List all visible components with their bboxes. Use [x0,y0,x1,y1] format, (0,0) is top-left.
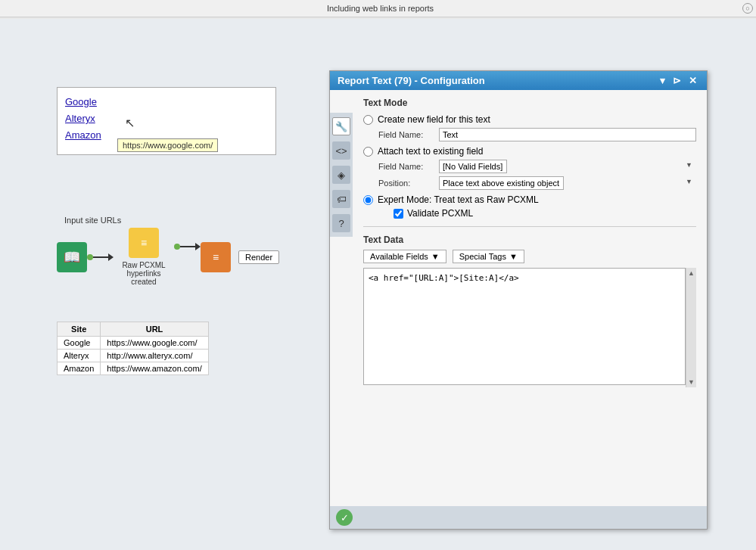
cell-site-1: Google [58,337,101,350]
connector-2 [174,243,201,250]
field-name-row-2: Field Name: [No Valid Fields] [378,160,696,173]
sidebar-icon-tag[interactable]: 🏷 [332,190,350,208]
node-formula[interactable]: ≡ Raw PCXMLhyperlinkscreated [114,228,174,286]
config-header: Report Text (79) - Configuration ▾ ⊳ ✕ [330,71,707,90]
connector-1 [87,253,114,261]
field-name-row-1: Field Name: [378,128,696,141]
validate-pcxml-label: Validate PCXML [407,208,473,219]
position-select-wrapper: Place text above existing object [439,176,696,190]
confirm-button[interactable]: ✓ [336,509,353,526]
cell-site-3: Amazon [58,362,101,375]
position-row: Position: Place text above existing obje… [378,176,696,190]
canvas-area: Google Alteryx Amazon ↖ https://www.goog… [0,19,756,550]
workflow-nodes: 📖 ≡ Raw PCXMLhyperlinkscreated ≡ [57,228,279,286]
data-table-container: Site URL Google https://www.google.com/ … [57,322,209,375]
cell-url-2: http://www.alteryx.com/ [101,350,208,362]
render-icon: ≡ [201,242,231,272]
cell-url-3: https://www.amazon.com/ [101,362,208,375]
position-label: Position: [378,179,439,188]
data-table: Site URL Google https://www.google.com/ … [57,322,209,375]
render-label[interactable]: Render [238,250,279,264]
table-row: Alteryx http://www.alteryx.com/ [58,350,209,362]
sidebar-icon-wrench[interactable]: 🔧 [332,117,350,135]
available-fields-row: Available Fields ▼ Special Tags ▼ [363,250,696,263]
close-button[interactable]: ✕ [686,75,699,86]
input-label: Input site URLs [64,216,279,225]
config-sidebar: 🔧 <> ◈ 🏷 ? [330,113,353,237]
radio-expert-mode-label: Expert Mode: Treat text as Raw PCXML [378,194,539,205]
dot-green-2 [174,244,180,250]
node-formula-label: Raw PCXMLhyperlinkscreated [114,261,174,286]
preview-link-google[interactable]: Google [65,94,268,110]
config-body: 🔧 <> ◈ 🏷 ? Text Mode Create new field fo… [330,90,707,506]
text-data-section: Text Data Available Fields ▼ Special Tag… [363,235,696,387]
check-icon: ✓ [341,512,349,524]
sidebar-icon-diamond[interactable]: ◈ [332,166,350,184]
config-title: Report Text (79) - Configuration [338,75,485,86]
special-tags-button[interactable]: Special Tags ▼ [453,250,524,263]
arrow-1 [108,253,114,261]
text-mode-title: Text Mode [363,98,696,108]
text-data-title: Text Data [363,235,696,245]
available-fields-chevron: ▼ [431,252,440,261]
field-name-label-1: Field Name: [378,130,439,139]
table-row: Google https://www.google.com/ [58,337,209,350]
radio-create-new-input[interactable] [363,115,373,125]
tooltip: https://www.google.com/ [117,138,218,152]
table-row: Amazon https://www.amazon.com/ [58,362,209,375]
config-bottom: ✓ [330,506,707,529]
cell-url-1: https://www.google.com/ [101,337,208,350]
scrollbar[interactable]: ▲ ▼ [686,268,696,387]
field-name-label-2: Field Name: [378,162,439,171]
validate-pcxml-row: Validate PCXML [394,208,696,219]
preview-link-alteryx[interactable]: Alteryx [65,110,268,127]
dot-green-1 [87,254,93,260]
scroll-up-arrow[interactable]: ▲ [688,269,695,277]
top-bar-circle[interactable]: ○ [742,3,753,14]
node-book[interactable]: 📖 [57,242,87,272]
radio-expert-mode: Expert Mode: Treat text as Raw PCXML [363,194,696,205]
no-valid-fields-select[interactable]: [No Valid Fields] [439,160,507,173]
col-header-url: URL [101,322,208,337]
radio-create-new: Create new field for this text [363,114,696,125]
radio-attach-existing: Attach text to existing field [363,146,696,157]
book-icon: 📖 [57,242,87,272]
node-render[interactable]: ≡ Render [201,242,279,272]
top-bar: Including web links in reports ○ [0,0,756,17]
config-header-buttons: ▾ ⊳ ✕ [658,75,699,86]
special-tags-chevron: ▼ [509,252,518,261]
top-bar-title: Including web links in reports [327,4,434,13]
available-fields-label: Available Fields [370,252,428,261]
col-header-site: Site [58,322,101,337]
line-1 [93,256,108,258]
text-data-textarea[interactable]: <a href="[URL:A]">[Site:A]</a> [363,268,686,385]
radio-attach-existing-input[interactable] [363,147,373,157]
workflow-area: Input site URLs 📖 ≡ Raw PCXMLhyperlinksc… [57,216,279,286]
sidebar-icon-help[interactable]: ? [332,214,350,232]
float-button[interactable]: ⊳ [670,75,683,86]
available-fields-button[interactable]: Available Fields ▼ [363,250,446,263]
sidebar-icon-code[interactable]: <> [332,141,350,160]
config-main-content: Text Mode Create new field for this text… [353,90,707,506]
radio-expert-mode-input[interactable] [363,195,373,205]
radio-create-new-label: Create new field for this text [378,114,490,125]
cell-site-2: Alteryx [58,350,101,362]
formula-icon: ≡ [129,228,159,258]
field-name-input-1[interactable] [439,128,696,141]
special-tags-label: Special Tags [459,252,506,261]
pin-button[interactable]: ▾ [658,75,667,86]
position-select[interactable]: Place text above existing object [439,176,564,190]
section-divider [363,226,696,227]
radio-attach-existing-label: Attach text to existing field [378,146,483,157]
textarea-wrapper: <a href="[URL:A]">[Site:A]</a> ▲ ▼ [363,268,696,387]
scroll-down-arrow[interactable]: ▼ [688,378,695,386]
line-2 [180,246,195,247]
validate-pcxml-checkbox[interactable] [394,209,403,219]
arrow-2 [195,243,201,250]
config-panel: Report Text (79) - Configuration ▾ ⊳ ✕ 🔧… [329,70,708,530]
no-valid-fields-wrapper: [No Valid Fields] [439,160,696,173]
